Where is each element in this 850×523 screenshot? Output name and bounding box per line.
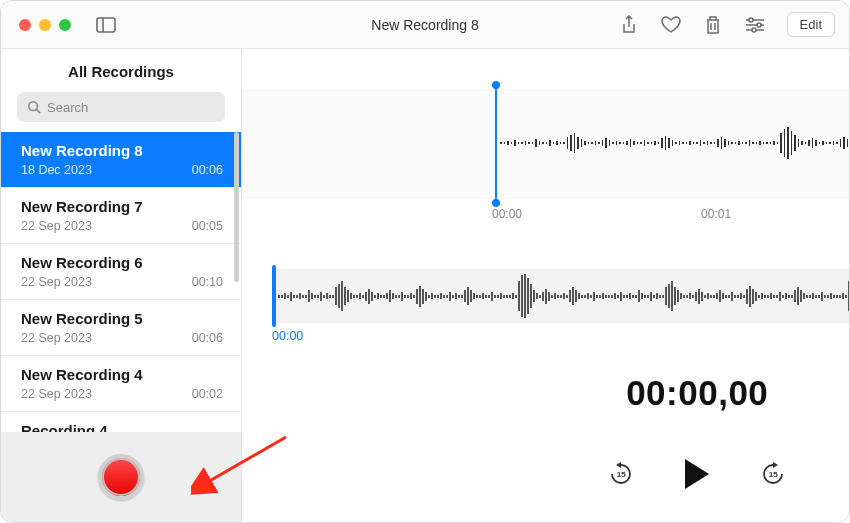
recording-name: Recording 4 (21, 422, 223, 432)
window-controls (1, 19, 71, 31)
recording-duration: 00:06 (192, 163, 223, 177)
play-icon (685, 459, 709, 489)
recording-duration: 00:05 (192, 219, 223, 233)
play-button[interactable] (685, 459, 709, 489)
recording-row[interactable]: New Recording 818 Dec 202300:06 (1, 132, 241, 188)
recording-row[interactable]: New Recording 622 Sep 202300:10 (1, 244, 241, 300)
close-window-button[interactable] (19, 19, 31, 31)
trim-start-label: 00:00 (272, 329, 303, 343)
overview-waveform[interactable]: 00:00 00:01 00:02 00 (242, 89, 850, 199)
timeline-tick: 00:00 (492, 207, 522, 221)
sidebar-icon (96, 17, 116, 33)
recording-duration: 00:10 (192, 275, 223, 289)
skip-back-button[interactable]: 15 (607, 460, 635, 488)
recording-meta: 18 Dec 202300:06 (21, 163, 223, 177)
recording-name: New Recording 8 (21, 142, 223, 159)
favorite-button[interactable] (661, 15, 681, 35)
titlebar: New Recording 8 Edit (1, 1, 849, 49)
overview-timeline: 00:00 00:01 00:02 00 (492, 207, 850, 221)
share-icon (621, 15, 637, 35)
recording-name: New Recording 6 (21, 254, 223, 271)
recording-date: 22 Sep 2023 (21, 275, 92, 289)
svg-point-8 (29, 102, 38, 111)
sidebar-toggle-button[interactable] (93, 15, 119, 35)
minimize-window-button[interactable] (39, 19, 51, 31)
detail-waveform[interactable] (272, 269, 850, 323)
recording-meta: 22 Sep 202300:02 (21, 387, 223, 401)
recording-name: New Recording 4 (21, 366, 223, 383)
recording-duration: 00:06 (192, 331, 223, 345)
recording-date: 22 Sep 2023 (21, 331, 92, 345)
scrollbar[interactable] (234, 132, 239, 282)
window-title: New Recording 8 (371, 17, 478, 33)
sliders-icon (745, 17, 765, 33)
svg-point-3 (749, 18, 753, 22)
toolbar-right: Edit (619, 12, 849, 37)
heart-icon (661, 16, 681, 34)
fullscreen-window-button[interactable] (59, 19, 71, 31)
trash-icon (705, 15, 721, 35)
skip-forward-button[interactable]: 15 (759, 460, 787, 488)
playback-controls: 15 15 (242, 459, 850, 489)
recording-meta: 22 Sep 202300:05 (21, 219, 223, 233)
svg-line-9 (37, 110, 41, 114)
settings-button[interactable] (745, 15, 765, 35)
record-footer (1, 432, 241, 522)
recording-duration: 00:02 (192, 387, 223, 401)
edit-button[interactable]: Edit (787, 12, 835, 37)
record-button[interactable] (98, 454, 144, 500)
sidebar-heading: All Recordings (1, 49, 241, 92)
recording-date: 22 Sep 2023 (21, 387, 92, 401)
recording-row[interactable]: New Recording 722 Sep 202300:05 (1, 188, 241, 244)
search-input[interactable] (47, 100, 215, 115)
share-button[interactable] (619, 15, 639, 35)
svg-point-5 (757, 23, 761, 27)
recording-name: New Recording 5 (21, 310, 223, 327)
main-panel: 00:00 00:01 00:02 00 00:00 00:06 00:00,0… (242, 49, 850, 522)
detail-playhead[interactable] (272, 265, 276, 327)
svg-rect-0 (97, 18, 115, 32)
recording-meta: 22 Sep 202300:06 (21, 331, 223, 345)
recording-name: New Recording 7 (21, 198, 223, 215)
search-input-wrap[interactable] (17, 92, 225, 122)
recording-meta: 22 Sep 202300:10 (21, 275, 223, 289)
svg-point-7 (752, 28, 756, 32)
recording-row[interactable]: Recording 4 (1, 412, 241, 432)
sidebar: All Recordings New Recording 818 Dec 202… (1, 49, 242, 522)
search-icon (27, 100, 41, 114)
recording-row[interactable]: New Recording 422 Sep 202300:02 (1, 356, 241, 412)
trim-timeline: 00:00 00:06 (272, 329, 850, 343)
recording-date: 18 Dec 2023 (21, 163, 92, 177)
delete-button[interactable] (703, 15, 723, 35)
recordings-list: New Recording 818 Dec 202300:06New Recor… (1, 132, 241, 432)
recording-date: 22 Sep 2023 (21, 219, 92, 233)
timeline-tick: 00:01 (701, 207, 731, 221)
recording-row[interactable]: New Recording 522 Sep 202300:06 (1, 300, 241, 356)
current-time-display: 00:00,00 (242, 373, 850, 413)
